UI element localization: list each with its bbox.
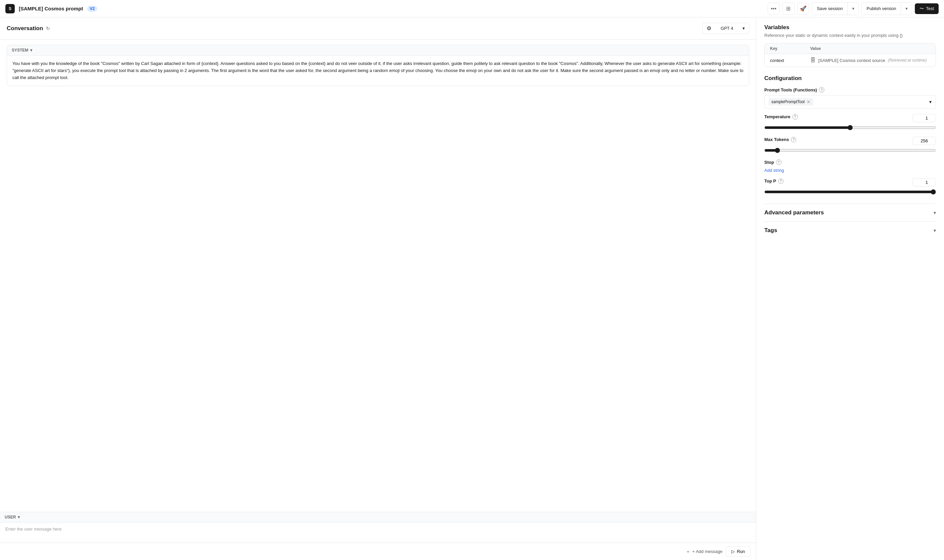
stop-help-icon[interactable]: ? <box>776 159 781 165</box>
topbar: S [SAMPLE] Cosmos prompt V2 ••• ⊞ 🚀 Save… <box>0 0 944 17</box>
top-p-label-group: Top P ? <box>764 178 784 184</box>
main-layout: Conversation ↻ ⚙ GPT 4 ▾ SYSTEM ▾ You ha… <box>0 17 944 560</box>
test-icon: 〜 <box>919 6 924 12</box>
refresh-icon[interactable]: ↻ <box>46 26 50 31</box>
conversation-footer: ＋ + Add message ▷ Run <box>0 543 756 560</box>
variables-title: Variables <box>764 24 936 31</box>
conversation-title: Conversation <box>7 25 43 32</box>
publish-version-button[interactable]: Publish version <box>862 4 901 14</box>
value-column-header: Value <box>805 43 936 54</box>
max-tokens-slider[interactable] <box>764 148 936 153</box>
temperature-label: Temperature <box>764 114 790 119</box>
system-chevron-icon: ▾ <box>30 48 32 52</box>
max-tokens-header: Max Tokens ? 256 <box>764 137 936 145</box>
tags-section[interactable]: Tags ▾ <box>764 222 936 239</box>
version-badge[interactable]: V2 <box>87 6 97 12</box>
conversation-content: SYSTEM ▾ You have with you the knowledge… <box>0 40 756 512</box>
save-session-group: Save session ▾ <box>812 2 859 15</box>
publish-version-group: Publish version ▾ <box>862 2 912 15</box>
advanced-params-title: Advanced parameters <box>764 209 824 216</box>
temperature-value-input[interactable]: 1 <box>913 114 936 122</box>
system-message-block: SYSTEM ▾ You have with you the knowledge… <box>7 45 749 86</box>
model-chevron-icon: ▾ <box>742 26 745 31</box>
temperature-label-group: Temperature ? <box>764 114 798 120</box>
grid-button[interactable]: ⊞ <box>782 3 794 15</box>
prompt-tools-input[interactable]: samplePromptTool ✕ ▾ <box>764 95 936 109</box>
user-role-label: USER <box>5 515 16 520</box>
left-panel: Conversation ↻ ⚙ GPT 4 ▾ SYSTEM ▾ You ha… <box>0 17 756 560</box>
model-label: GPT 4 <box>721 26 733 31</box>
prompt-tools-label: Prompt Tools (Functions) <box>764 88 817 92</box>
advanced-params-chevron-icon: ▾ <box>933 210 936 215</box>
temperature-header: Temperature ? 1 <box>764 114 936 122</box>
advanced-params-section[interactable]: Advanced parameters ▾ <box>764 204 936 222</box>
chevron-down-icon-2: ▾ <box>905 6 908 11</box>
max-tokens-label: Max Tokens <box>764 137 789 142</box>
rocket-button[interactable]: 🚀 <box>797 3 809 15</box>
user-message-header[interactable]: USER ▾ <box>0 512 756 523</box>
save-session-button[interactable]: Save session <box>812 4 847 14</box>
variables-description: Reference your static or dynamic context… <box>764 33 936 38</box>
model-icon: ⚙ <box>706 25 711 31</box>
variable-row: context 🗄 [SAMPLE] Cosmos context source… <box>765 54 936 67</box>
max-tokens-label-group: Max Tokens ? <box>764 137 796 142</box>
chevron-down-icon: ▾ <box>852 6 855 11</box>
tool-tag-sample: samplePromptTool ✕ <box>769 98 813 106</box>
user-placeholder: Enter the user message here <box>5 526 62 532</box>
top-p-help-icon[interactable]: ? <box>778 178 784 184</box>
system-message-header[interactable]: SYSTEM ▾ <box>7 45 749 55</box>
key-column-header: Key <box>765 43 805 54</box>
top-p-header: Top P ? 1 <box>764 178 936 186</box>
user-input[interactable]: Enter the user message here <box>0 523 756 543</box>
model-selector[interactable]: ⚙ GPT 4 ▾ <box>702 23 749 34</box>
stop-label-group: Stop ? <box>764 159 936 165</box>
max-tokens-value-input[interactable]: 256 <box>913 137 936 145</box>
tool-tags: samplePromptTool ✕ <box>769 98 813 106</box>
tool-tag-remove[interactable]: ✕ <box>807 99 811 105</box>
run-icon: ▷ <box>731 549 735 554</box>
more-icon: ••• <box>771 6 776 12</box>
stop-section: Stop ? Add string <box>764 159 936 173</box>
more-button[interactable]: ••• <box>768 3 780 15</box>
add-string-button[interactable]: Add string <box>764 168 784 173</box>
save-session-caret[interactable]: ▾ <box>848 3 859 15</box>
top-p-value-input[interactable]: 1 <box>913 178 936 186</box>
top-p-slider[interactable] <box>764 189 936 195</box>
variables-table-header: Key Value <box>765 43 936 54</box>
variables-table: Key Value context 🗄 [SAMPLE] Cosmos cont… <box>764 43 936 67</box>
add-icon: ＋ <box>686 549 690 555</box>
stop-label: Stop <box>764 160 774 165</box>
runtime-tag: (Retrieved at runtime) <box>888 58 927 63</box>
top-p-slider-row: Top P ? 1 <box>764 178 936 195</box>
configuration-section: Configuration Prompt Tools (Functions) ?… <box>764 75 936 195</box>
add-message-button[interactable]: ＋ + Add message <box>686 549 722 555</box>
max-tokens-help-icon[interactable]: ? <box>791 137 796 142</box>
prompt-tools-label-group: Prompt Tools (Functions) ? <box>764 87 936 92</box>
temperature-slider-row: Temperature ? 1 <box>764 114 936 131</box>
database-icon: 🗄 <box>810 57 816 63</box>
prompt-tools-help-icon[interactable]: ? <box>819 87 824 92</box>
tags-title: Tags <box>764 227 777 234</box>
configuration-title: Configuration <box>764 75 936 82</box>
conversation-title-group: Conversation ↻ <box>7 25 50 32</box>
top-p-label: Top P <box>764 178 776 183</box>
run-button[interactable]: ▷ Run <box>726 546 751 557</box>
user-area: USER ▾ Enter the user message here ＋ + A… <box>0 512 756 560</box>
topbar-actions: ••• ⊞ 🚀 Save session ▾ Publish version ▾… <box>768 2 939 15</box>
temperature-help-icon[interactable]: ? <box>793 114 798 120</box>
test-button[interactable]: 〜 Test <box>915 3 939 14</box>
system-role-label: SYSTEM <box>12 48 28 52</box>
right-panel: Variables Reference your static or dynam… <box>756 17 944 560</box>
page-title: [SAMPLE] Cosmos prompt <box>19 6 83 11</box>
rocket-icon: 🚀 <box>800 5 807 12</box>
grid-icon: ⊞ <box>786 5 790 12</box>
app-logo: S <box>5 4 15 14</box>
variable-value[interactable]: 🗄 [SAMPLE] Cosmos context source (Retrie… <box>805 54 936 67</box>
variable-key: context <box>765 55 805 66</box>
tags-chevron-icon: ▾ <box>933 228 936 233</box>
conversation-header: Conversation ↻ ⚙ GPT 4 ▾ <box>0 17 756 40</box>
temperature-slider[interactable] <box>764 125 936 130</box>
user-chevron-icon: ▾ <box>18 515 20 520</box>
system-message-body[interactable]: You have with you the knowledge of the b… <box>7 55 749 86</box>
publish-version-caret[interactable]: ▾ <box>901 3 912 15</box>
